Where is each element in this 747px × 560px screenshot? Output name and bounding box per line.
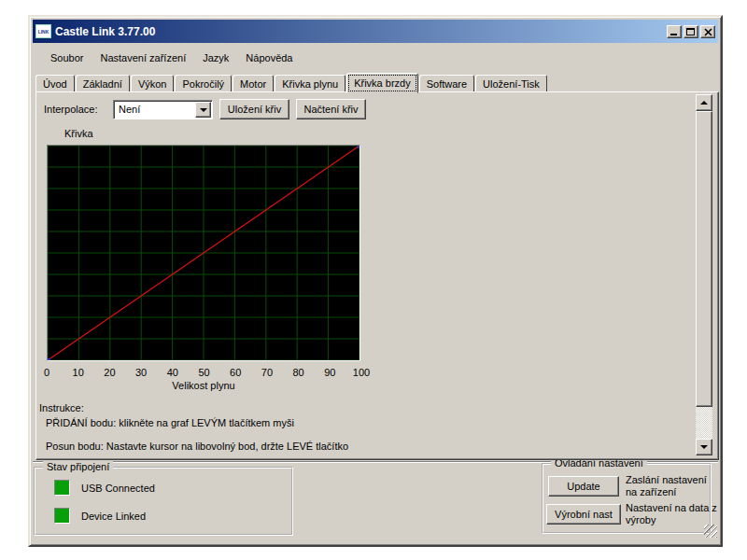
tabstrip: ÚvodZákladníVýkonPokročilýMotorKřivka pl… xyxy=(35,73,713,92)
scroll-up-icon xyxy=(700,101,708,105)
device-status-label: Device Linked xyxy=(81,511,146,522)
x-tick-label: 40 xyxy=(167,367,178,378)
factory-settings-button[interactable]: Výrobní nast xyxy=(546,504,621,525)
menu-item-nastaveni-zarizeni[interactable]: Nastavení zařízení xyxy=(92,49,194,66)
tab-software[interactable]: Software xyxy=(419,75,474,92)
interpolation-dropdown-button[interactable] xyxy=(195,102,211,118)
tab-krivka-plynu[interactable]: Křivka plynu xyxy=(275,75,345,92)
x-axis-ticks: 0102030405060708090100 xyxy=(47,367,361,378)
menu-item-napoveda[interactable]: Nápověda xyxy=(237,49,301,66)
tab-ulozeni-tisk[interactable]: Uložení-Tisk xyxy=(475,75,547,92)
device-status-led xyxy=(54,508,70,524)
close-button[interactable] xyxy=(700,25,715,38)
x-tick-label: 50 xyxy=(198,367,209,378)
tab-vykon[interactable]: Výkon xyxy=(131,75,175,92)
x-axis-label: Velikost plynu xyxy=(47,380,360,391)
scroll-down-button[interactable] xyxy=(696,439,712,455)
scroll-down-icon xyxy=(700,445,708,449)
interpolation-dropdown[interactable]: Není xyxy=(113,100,213,119)
close-icon xyxy=(701,26,716,39)
connection-status-group: Stav připojení USB Connected Device Link… xyxy=(34,467,293,536)
interpolation-label: Interpolace: xyxy=(44,104,97,115)
x-tick-label: 30 xyxy=(135,367,147,378)
usb-status-label: USB Connected xyxy=(81,483,155,494)
resize-grip-icon[interactable] xyxy=(704,525,717,538)
save-curve-button[interactable]: Uložení křiv xyxy=(219,99,289,119)
x-tick-label: 90 xyxy=(324,367,335,378)
titlebar[interactable]: LINK Castle Link 3.77.00 xyxy=(33,20,718,43)
x-tick-label: 100 xyxy=(353,367,370,378)
tab-page-krivka-brzdy: Interpolace: Není Uložení křiv Načtení k… xyxy=(35,91,719,460)
maximize-button[interactable] xyxy=(684,25,698,38)
x-tick-label: 20 xyxy=(104,367,115,378)
usb-status-led xyxy=(54,480,70,496)
scroll-up-button[interactable] xyxy=(696,94,712,111)
interpolation-value: Není xyxy=(114,101,194,119)
tab-motor[interactable]: Motor xyxy=(233,75,274,92)
load-curve-button[interactable]: Načtení křiv xyxy=(296,99,366,119)
instruction-line-2: Posun bodu: Nastavte kursor na libovolný… xyxy=(46,441,348,452)
x-tick-label: 70 xyxy=(261,367,273,378)
instruction-line-1: PŘIDÁNÍ bodu: klikněte na graf LEVÝM tla… xyxy=(46,417,294,428)
update-button[interactable]: Update xyxy=(548,476,619,497)
usb-status-row: USB Connected xyxy=(54,480,155,496)
window-title: Castle Link 3.77.00 xyxy=(55,25,665,38)
connection-status-title: Stav připojení xyxy=(43,461,113,472)
x-tick-label: 60 xyxy=(230,367,241,378)
chart-title: Křivka xyxy=(64,128,93,139)
x-tick-label: 80 xyxy=(292,367,303,378)
chevron-down-icon xyxy=(200,108,207,112)
app-window: LINK Castle Link 3.77.00 SouborNastavení… xyxy=(28,15,723,547)
curve-chart[interactable] xyxy=(47,145,360,361)
menu-item-soubor[interactable]: Soubor xyxy=(42,49,92,66)
tab-krivka-brzdy[interactable]: Křivka brzdy xyxy=(346,73,418,93)
factory-description: Nastavení na data z výroby xyxy=(626,502,719,526)
menubar: SouborNastavení zařízeníJazykNápověda xyxy=(33,45,718,71)
instructions-heading: Instrukce: xyxy=(39,402,84,413)
tab-uvod[interactable]: Úvod xyxy=(35,75,75,92)
menu-item-jazyk[interactable]: Jazyk xyxy=(194,49,237,66)
castle-link-logo-icon[interactable]: LINK xyxy=(35,24,51,38)
x-tick-label: 10 xyxy=(73,367,84,378)
vertical-scrollbar[interactable] xyxy=(696,94,712,455)
maximize-icon xyxy=(686,28,695,35)
settings-control-group: Ovládání nastavení Update Zaslání nastav… xyxy=(542,463,712,534)
tab-pokrocily[interactable]: Pokročilý xyxy=(175,75,232,92)
scrollbar-thumb[interactable] xyxy=(696,111,712,407)
minimize-icon xyxy=(670,34,677,35)
tab-zakladni[interactable]: Základní xyxy=(76,75,130,92)
update-description: Zaslání nastavení na zařízení xyxy=(626,474,719,498)
curve-chart-canvas[interactable] xyxy=(48,146,359,360)
x-tick-label: 0 xyxy=(44,367,49,378)
minimize-button[interactable] xyxy=(667,25,682,38)
device-status-row: Device Linked xyxy=(54,508,146,524)
